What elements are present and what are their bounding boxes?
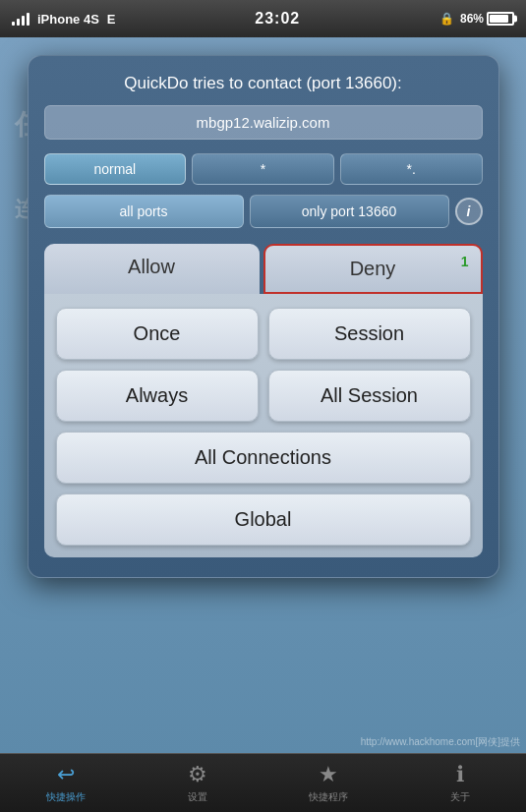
tab-apps[interactable]: ★ 快捷程序 xyxy=(263,754,395,812)
battery-icon xyxy=(487,12,514,26)
all-session-button[interactable]: All Session xyxy=(268,370,471,422)
settings-label: 设置 xyxy=(188,790,207,804)
global-button[interactable]: Global xyxy=(56,493,471,546)
status-right: 🔒 86% xyxy=(439,12,514,26)
status-time: 23:02 xyxy=(255,10,300,28)
settings-icon: ⚙ xyxy=(188,762,207,787)
action-row-2: Always All Session xyxy=(56,370,471,422)
apps-icon: ★ xyxy=(319,762,338,787)
tab-deny[interactable]: Deny 1 xyxy=(263,244,483,294)
tab-allow[interactable]: Allow xyxy=(44,244,260,294)
battery-percent: 86% xyxy=(460,12,484,26)
option-wildcard[interactable]: * xyxy=(192,153,334,185)
option-wildcard-dot[interactable]: *. xyxy=(340,153,483,185)
option-normal[interactable]: normal xyxy=(44,153,187,185)
lock-icon: 🔒 xyxy=(439,12,454,26)
once-button[interactable]: Once xyxy=(56,308,259,360)
status-left: iPhone 4S E xyxy=(12,12,116,27)
device-name: iPhone 4S xyxy=(37,12,99,27)
options-row: normal * *. xyxy=(44,153,483,185)
port-row: all ports only port 13660 i xyxy=(44,195,483,228)
dialog-url: mbgp12.walizip.com xyxy=(44,105,483,140)
about-icon: ℹ xyxy=(456,762,464,787)
port-specific[interactable]: only port 13660 xyxy=(250,195,449,228)
info-icon[interactable]: i xyxy=(455,198,483,225)
actions-area: Once Session Always All Session All Conn… xyxy=(44,294,483,557)
deny-badge: 1 xyxy=(461,254,469,269)
deny-label: Deny xyxy=(350,258,396,279)
action-row-1: Once Session xyxy=(56,308,471,360)
always-button[interactable]: Always xyxy=(56,370,259,422)
status-bar: iPhone 4S E 23:02 🔒 86% xyxy=(0,0,526,37)
all-connections-button[interactable]: All Connections xyxy=(56,432,471,484)
tab-about[interactable]: ℹ 关于 xyxy=(394,754,526,812)
signal-icon xyxy=(12,12,29,26)
shortcuts-icon: ↩ xyxy=(57,762,75,787)
carrier-name: E xyxy=(107,12,116,27)
tab-shortcuts[interactable]: ↩ 快捷操作 xyxy=(0,754,132,812)
dialog-title: QuickDo tries to contact (port 13660): xyxy=(44,72,483,95)
dialog-overlay: QuickDo tries to contact (port 13660): m… xyxy=(0,37,526,753)
allow-deny-tabs: Allow Deny 1 xyxy=(44,244,483,294)
about-label: 关于 xyxy=(450,790,470,804)
watermark: http://www.hackhome.com[网侠]提供 xyxy=(361,735,520,749)
session-button[interactable]: Session xyxy=(268,308,471,360)
tab-bar: ↩ 快捷操作 ⚙ 设置 ★ 快捷程序 ℹ 关于 xyxy=(0,753,526,812)
shortcuts-label: 快捷操作 xyxy=(46,790,86,804)
port-all[interactable]: all ports xyxy=(44,195,244,228)
apps-label: 快捷程序 xyxy=(309,790,348,804)
battery: 86% xyxy=(460,12,514,26)
tab-settings[interactable]: ⚙ 设置 xyxy=(132,754,263,812)
dialog: QuickDo tries to contact (port 13660): m… xyxy=(28,55,499,578)
